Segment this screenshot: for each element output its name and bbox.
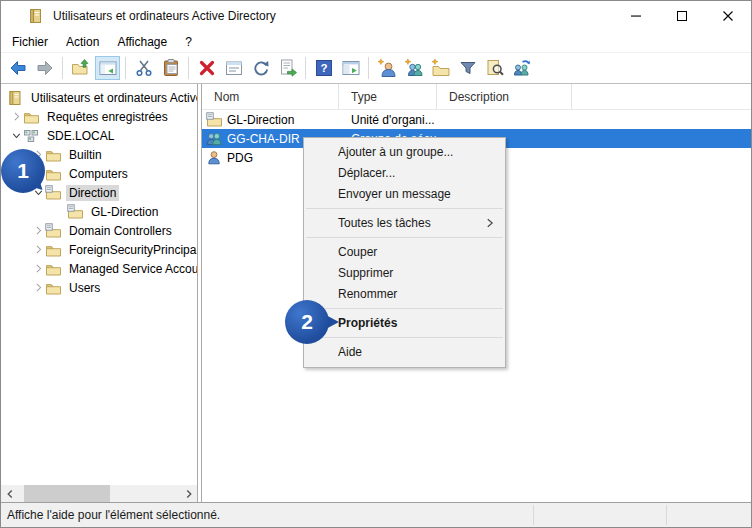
chevron-right-icon[interactable] [31, 223, 45, 239]
column-header-label: Nom [214, 90, 239, 104]
tree-item-label: Managed Service Accounts [66, 261, 198, 277]
app-icon [28, 8, 44, 24]
callout-2-number: 2 [301, 310, 313, 334]
menu-item-label: Aide [338, 345, 362, 359]
up-one-level-button[interactable] [68, 56, 93, 80]
tree-item-managed-service-accounts[interactable]: Managed Service Accounts [1, 259, 197, 278]
titlebar: Utilisateurs et ordinateurs Active Direc… [1, 1, 751, 31]
column-header-description[interactable]: Description [437, 84, 572, 109]
chevron-right-icon[interactable] [31, 261, 45, 277]
back-button[interactable] [5, 56, 30, 80]
delete-button[interactable] [194, 56, 219, 80]
paste-button[interactable] [158, 56, 183, 80]
menu-action[interactable]: Action [57, 32, 108, 52]
chevron-down-icon[interactable] [9, 128, 23, 144]
column-header-nom[interactable]: Nom [202, 84, 339, 109]
menu-item-label: Déplacer... [338, 166, 395, 180]
menu-fichier[interactable]: Fichier [3, 32, 57, 52]
context-menu: Ajouter à un groupe...Déplacer...Envoyer… [303, 137, 506, 368]
new-window-button[interactable] [338, 56, 363, 80]
context-menu-item-all-tasks[interactable]: Toutes les tâches [304, 213, 505, 234]
context-menu-item-rename[interactable]: Renommer [304, 284, 505, 305]
list-row-gl-direction[interactable]: GL-DirectionUnité d'organi... [202, 110, 751, 129]
change-domain-button[interactable] [509, 56, 534, 80]
tree-item-gl-direction[interactable]: GL-Direction [1, 202, 197, 221]
chevron-right-icon[interactable] [31, 280, 45, 296]
menu-aide[interactable]: ? [176, 32, 201, 52]
new-user-icon [377, 58, 397, 78]
properties-button[interactable] [221, 56, 246, 80]
menu-affichage[interactable]: Affichage [108, 32, 176, 52]
status-text: Affiche l'aide pour l'élément sélectionn… [7, 508, 220, 522]
column-header-type[interactable]: Type [339, 84, 437, 109]
submenu-arrow-icon [484, 217, 496, 229]
context-menu-item-help[interactable]: Aide [304, 342, 505, 363]
help-button[interactable]: ? [311, 56, 336, 80]
find-button[interactable] [482, 56, 507, 80]
scrollbar-thumb[interactable] [24, 485, 110, 502]
show-console-tree-button[interactable] [95, 56, 120, 80]
object-description [437, 110, 572, 129]
scroll-right-button[interactable] [180, 485, 197, 502]
filter-button[interactable] [455, 56, 480, 80]
forward-button[interactable] [32, 56, 57, 80]
context-menu-item-delete[interactable]: Supprimer [304, 263, 505, 284]
menu-item-label: Ajouter à un groupe... [338, 145, 453, 159]
window-title: Utilisateurs et ordinateurs Active Direc… [53, 9, 276, 23]
cut-button[interactable] [131, 56, 156, 80]
tree-item-label: Builtin [66, 147, 105, 163]
tree-item-users[interactable]: Users [1, 278, 197, 297]
tree-item-root[interactable]: Utilisateurs et ordinateurs Active Direc… [1, 88, 197, 107]
scrollbar-track[interactable] [18, 485, 180, 502]
find-icon [485, 58, 505, 78]
menu-separator [304, 234, 505, 242]
close-button[interactable] [705, 1, 751, 31]
toolbar-separator [62, 57, 63, 79]
chevron-right-icon[interactable] [9, 109, 23, 125]
new-ou-button[interactable] [428, 56, 453, 80]
column-header-label: Type [351, 90, 377, 104]
tree-item-domain-controllers[interactable]: Domain Controllers [1, 221, 197, 240]
filter-icon [458, 58, 478, 78]
callout-2-badge: 2 [285, 300, 329, 344]
chevron-right-icon[interactable] [31, 242, 45, 258]
ou-icon [67, 204, 83, 220]
export-list-button[interactable] [275, 56, 300, 80]
tree-item-label: Requêtes enregistrées [44, 109, 171, 125]
tree-item-label: Computers [66, 166, 131, 182]
back-icon [8, 58, 28, 78]
tree-item-sde-local[interactable]: SDE.LOCAL [1, 126, 197, 145]
context-menu-item-send-message[interactable]: Envoyer un message [304, 184, 505, 205]
close-icon [723, 11, 733, 21]
folder-icon [45, 147, 61, 163]
aduc-window: Utilisateurs et ordinateurs Active Direc… [0, 0, 752, 528]
tree-item-label: SDE.LOCAL [44, 128, 117, 144]
tree-item-saved-queries[interactable]: Requêtes enregistrées [1, 107, 197, 126]
minimize-button[interactable] [613, 1, 659, 31]
tree-item-foreign-security-principals[interactable]: ForeignSecurityPrincipals [1, 240, 197, 259]
tree-item-label: Domain Controllers [66, 223, 175, 239]
folder-icon [45, 280, 61, 296]
object-type: Unité d'organi... [339, 110, 437, 129]
tree-horizontal-scrollbar[interactable] [1, 485, 197, 502]
context-menu-item-move[interactable]: Déplacer... [304, 163, 505, 184]
toolbar-separator [368, 57, 369, 79]
new-group-button[interactable] [401, 56, 426, 80]
menu-item-label: Renommer [338, 287, 397, 301]
show-console-tree-icon [98, 58, 118, 78]
context-menu-item-cut[interactable]: Couper [304, 242, 505, 263]
context-menu-item-add-to-group[interactable]: Ajouter à un groupe... [304, 142, 505, 163]
svg-text:?: ? [320, 62, 327, 74]
menu-item-label: Envoyer un message [338, 187, 451, 201]
maximize-button[interactable] [659, 1, 705, 31]
scroll-left-button[interactable] [1, 485, 18, 502]
folder-icon [45, 261, 61, 277]
column-header-label: Description [449, 90, 509, 104]
callout-1-number: 1 [17, 159, 29, 183]
refresh-button[interactable] [248, 56, 273, 80]
new-group-icon [404, 58, 424, 78]
paste-icon [161, 58, 181, 78]
change-domain-icon [512, 58, 532, 78]
column-header-filler [572, 84, 751, 109]
new-user-button[interactable] [374, 56, 399, 80]
